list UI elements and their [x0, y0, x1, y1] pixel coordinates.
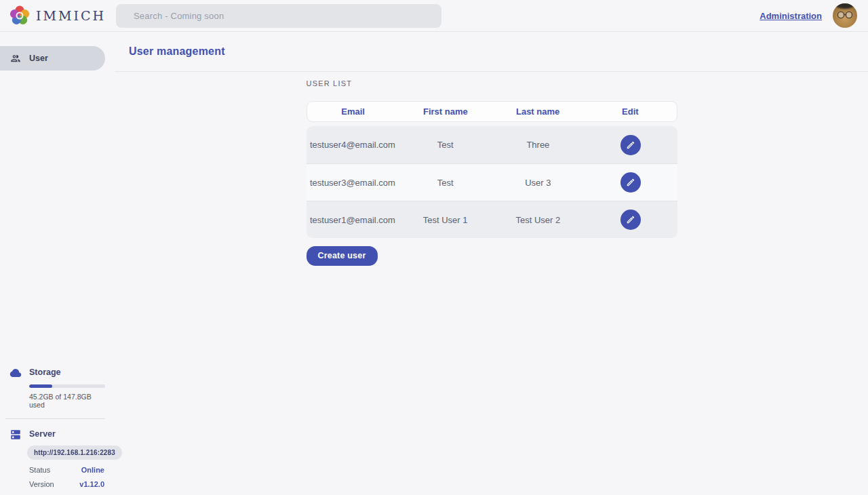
status-value: Online — [81, 466, 104, 474]
cell-edit — [585, 172, 677, 193]
server-version-row: Version v1.12.0 — [29, 480, 105, 488]
storage-title: Storage — [29, 367, 105, 377]
storage-progress-bar — [29, 384, 105, 388]
server-url-badge: http://192.168.1.216:2283 — [27, 446, 122, 460]
table-row: testuser4@email.comTestThree — [307, 126, 677, 163]
cell-last-name: Three — [492, 140, 585, 150]
sidebar-footer: Storage 45.2GB of 147.8GB used Server ht… — [0, 367, 105, 488]
glasses-icon — [835, 11, 854, 19]
status-label: Status — [29, 466, 50, 474]
version-value: v1.12.0 — [79, 480, 104, 488]
sidebar-divider — [5, 418, 105, 419]
column-header-first-name: First name — [399, 106, 492, 117]
cloud-icon — [9, 367, 22, 379]
column-header-last-name: Last name — [492, 106, 584, 117]
sidebar: User Storage 45.2GB of 147.8GB used Serv… — [0, 32, 105, 495]
table-row: testuser1@email.comTest User 1Test User … — [307, 201, 677, 238]
version-label: Version — [29, 480, 54, 488]
user-table-header: Email First name Last name Edit — [307, 101, 677, 122]
cell-last-name: User 3 — [492, 178, 585, 188]
cell-edit — [585, 210, 677, 230]
cell-last-name: Test User 2 — [492, 215, 585, 225]
user-list-label: USER LIST — [307, 79, 677, 87]
main-content: User management USER LIST Email First na… — [115, 32, 868, 495]
server-status-row: Status Online — [29, 466, 105, 474]
page-header: User management — [115, 32, 868, 72]
edit-user-button[interactable] — [620, 135, 641, 155]
search-input[interactable] — [116, 4, 441, 28]
home-brand-link[interactable]: IMMICH — [0, 5, 113, 26]
top-nav: IMMICH Administration — [0, 0, 868, 32]
page-title: User management — [129, 45, 225, 58]
pencil-icon — [626, 178, 635, 187]
edit-user-button[interactable] — [620, 172, 641, 193]
immich-logo-icon — [9, 5, 30, 26]
pencil-icon — [626, 140, 635, 150]
column-header-edit: Edit — [584, 106, 676, 117]
cell-first-name: Test — [399, 178, 492, 188]
storage-usage-text: 45.2GB of 147.8GB used — [29, 393, 105, 409]
sidebar-item-label: User — [29, 54, 48, 63]
user-table-body: testuser4@email.comTestThreetestuser3@em… — [307, 126, 677, 238]
app-title: IMMICH — [36, 8, 106, 23]
column-header-email: Email — [307, 106, 399, 117]
cell-email: testuser3@email.com — [307, 178, 399, 188]
cell-edit — [585, 135, 677, 155]
storage-progress-fill — [29, 384, 52, 388]
pencil-icon — [626, 215, 635, 224]
server-title: Server — [29, 429, 105, 439]
users-icon — [10, 53, 21, 64]
storage-panel: Storage 45.2GB of 147.8GB used — [0, 367, 105, 409]
server-icon — [9, 429, 22, 441]
cell-email: testuser1@email.com — [307, 215, 399, 225]
sidebar-item-user[interactable]: User — [0, 46, 105, 71]
table-row: testuser3@email.comTestUser 3 — [307, 163, 677, 201]
cell-first-name: Test User 1 — [399, 215, 492, 225]
create-user-button[interactable]: Create user — [307, 246, 378, 266]
server-panel: Server http://192.168.1.216:2283 Status … — [0, 429, 105, 488]
administration-link[interactable]: Administration — [760, 11, 822, 21]
cell-first-name: Test — [399, 140, 492, 150]
edit-user-button[interactable] — [620, 210, 641, 230]
user-avatar[interactable] — [833, 3, 857, 28]
cell-email: testuser4@email.com — [307, 140, 399, 150]
